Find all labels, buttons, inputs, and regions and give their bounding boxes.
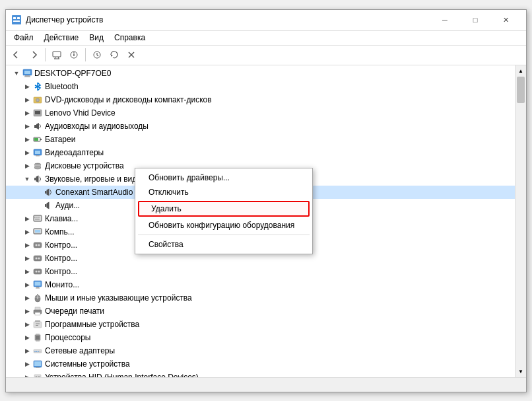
scroll-down-arrow[interactable]: ▼ xyxy=(515,366,526,377)
svg-rect-68 xyxy=(35,312,40,315)
tree-item-battery[interactable]: ▶ Батареи xyxy=(6,133,515,146)
expand-controller1[interactable]: ▶ xyxy=(22,240,32,250)
expand-sw-devices[interactable]: ▶ xyxy=(22,319,32,330)
window-title: Диспетчер устройств xyxy=(26,15,430,24)
uninstall-btn[interactable] xyxy=(123,47,139,63)
ctx-properties[interactable]: Свойства xyxy=(135,237,312,252)
expand-root[interactable]: ▼ xyxy=(11,68,22,79)
tree-item-processors[interactable]: ▶ Процессоры xyxy=(6,331,515,344)
expand-computer[interactable]: ▶ xyxy=(22,227,32,237)
tree-item-bluetooth[interactable]: ▶ Bluetooth xyxy=(6,80,515,93)
tree-item-video[interactable]: ▶ Видеоадаптеры xyxy=(6,146,515,159)
svg-marker-12 xyxy=(111,55,113,57)
close-button[interactable]: ✕ xyxy=(490,9,521,30)
disk-label: Дисковые устройства xyxy=(45,161,124,170)
maximize-button[interactable]: □ xyxy=(460,9,490,30)
expand-print-queue[interactable]: ▶ xyxy=(22,306,32,316)
tree-root[interactable]: ▼ DESKTOP-QPF7OE0 xyxy=(6,67,515,80)
svg-rect-43 xyxy=(36,217,38,218)
bluetooth-label: Bluetooth xyxy=(45,82,79,91)
expand-processors[interactable]: ▶ xyxy=(22,332,32,343)
controller3-icon xyxy=(32,266,43,277)
toolbar-sep-2 xyxy=(85,48,86,61)
back-button[interactable] xyxy=(9,47,24,63)
expand-keyboard[interactable]: ▶ xyxy=(22,213,32,224)
tree-item-sys-devices[interactable]: ▶ Системные устройства xyxy=(6,357,515,371)
tree-item-audio-out[interactable]: ▶ Аудиовходы и аудиовыходы xyxy=(6,120,515,133)
expand-hid[interactable]: ▶ xyxy=(22,372,32,377)
battery-icon xyxy=(32,134,43,145)
app-icon xyxy=(11,15,22,25)
properties-btn[interactable] xyxy=(66,47,82,63)
svg-point-50 xyxy=(36,244,38,246)
expand-controller2[interactable]: ▶ xyxy=(22,253,32,264)
net-icon xyxy=(32,346,43,356)
tree-item-hid[interactable]: ▶ Устройства HID (Human Interface Device… xyxy=(6,371,515,377)
audio-icon xyxy=(32,121,43,131)
tree-item-controller3[interactable]: ▶ Контро... xyxy=(6,265,515,278)
tree-item-sw-devices[interactable]: ▶ Программные устройства xyxy=(6,318,515,331)
menu-bar: Файл Действие Вид Справка xyxy=(6,31,526,46)
controller2-label: Контро... xyxy=(45,254,77,263)
tree-item-net-adapters[interactable]: ▶ Сетевые адаптеры xyxy=(6,344,515,357)
ctx-scan[interactable]: Обновить конфигурацию оборудования xyxy=(135,218,312,233)
svg-rect-0 xyxy=(12,15,21,24)
forward-button[interactable] xyxy=(26,47,42,63)
menu-help[interactable]: Справка xyxy=(109,32,150,44)
scroll-up-arrow[interactable]: ▲ xyxy=(515,65,526,77)
expand-net-adapters[interactable]: ▶ xyxy=(22,346,32,356)
expand-dvd[interactable]: ▶ xyxy=(22,94,32,105)
lenovo-label: Lenovo Vhid Device xyxy=(45,108,116,118)
menu-action[interactable]: Действие xyxy=(39,32,84,44)
expand-sound[interactable]: ▼ xyxy=(22,174,32,184)
scan-btn[interactable] xyxy=(89,47,105,63)
svg-point-21 xyxy=(37,99,38,100)
expand-battery[interactable]: ▶ xyxy=(22,134,32,145)
computer-icon-btn[interactable] xyxy=(49,47,65,63)
expand-audio-out[interactable]: ▶ xyxy=(22,121,32,131)
ctx-delete[interactable]: Удалить xyxy=(138,201,310,217)
tree-item-monitor[interactable]: ▶ Монито... xyxy=(6,278,515,291)
svg-rect-23 xyxy=(35,111,40,114)
tree-item-mice[interactable]: ▶ Мыши и иные указывающие устройства xyxy=(6,291,515,305)
monitor-icon xyxy=(32,279,43,290)
scroll-thumb[interactable] xyxy=(517,77,525,103)
expand-monitor[interactable]: ▶ xyxy=(22,279,32,290)
device-tree[interactable]: ▼ DESKTOP-QPF7OE0 ▶ Bluetooth ▶ xyxy=(6,65,515,377)
battery-label: Батареи xyxy=(45,135,75,144)
menu-view[interactable]: Вид xyxy=(84,32,109,44)
main-area: ▼ DESKTOP-QPF7OE0 ▶ Bluetooth ▶ xyxy=(6,65,526,377)
scrollbar-vertical[interactable]: ▲ ▼ xyxy=(515,65,526,377)
minimize-button[interactable]: ─ xyxy=(430,9,460,30)
svg-rect-1 xyxy=(13,17,16,19)
expand-bluetooth[interactable]: ▶ xyxy=(22,81,32,92)
sys-devices-label: Системные устройства xyxy=(45,359,130,369)
dvd-icon xyxy=(32,94,43,105)
svg-rect-42 xyxy=(34,217,36,218)
expand-video[interactable]: ▶ xyxy=(22,147,32,158)
expand-mice[interactable]: ▶ xyxy=(22,293,32,303)
menu-file[interactable]: Файл xyxy=(9,32,39,44)
tree-item-print-queue[interactable]: ▶ Очереди печати xyxy=(6,305,515,318)
scroll-track[interactable] xyxy=(515,77,526,366)
net-adapters-label: Сетевые адаптеры xyxy=(45,346,115,355)
cpu-icon xyxy=(32,332,43,343)
tree-item-dvd[interactable]: ▶ DVD-дисководы и дисководы компакт-диск… xyxy=(6,93,515,106)
expand-lenovo[interactable]: ▶ xyxy=(22,108,32,118)
expand-sys-devices[interactable]: ▶ xyxy=(22,359,32,369)
print-queue-label: Очереди печати xyxy=(45,307,104,316)
svg-rect-28 xyxy=(34,138,38,141)
hid-label: Устройства HID (Human Interface Devices) xyxy=(45,373,199,377)
expand-disk[interactable]: ▶ xyxy=(22,161,32,171)
svg-point-54 xyxy=(38,257,40,259)
expand-conexant[interactable] xyxy=(32,187,43,198)
ctx-disable[interactable]: Отключить xyxy=(135,185,312,200)
update-btn[interactable] xyxy=(106,47,122,63)
controller2-icon xyxy=(32,253,43,264)
expand-controller3[interactable]: ▶ xyxy=(22,266,32,277)
root-label: DESKTOP-QPF7OE0 xyxy=(34,69,111,78)
expand-audio-child[interactable] xyxy=(32,200,43,211)
ctx-update-driver[interactable]: Обновить драйверы... xyxy=(135,170,312,185)
device-manager-window: Диспетчер устройств ─ □ ✕ Файл Действие … xyxy=(5,9,527,392)
tree-item-lenovo[interactable]: ▶ Lenovo Vhid Device xyxy=(6,106,515,120)
